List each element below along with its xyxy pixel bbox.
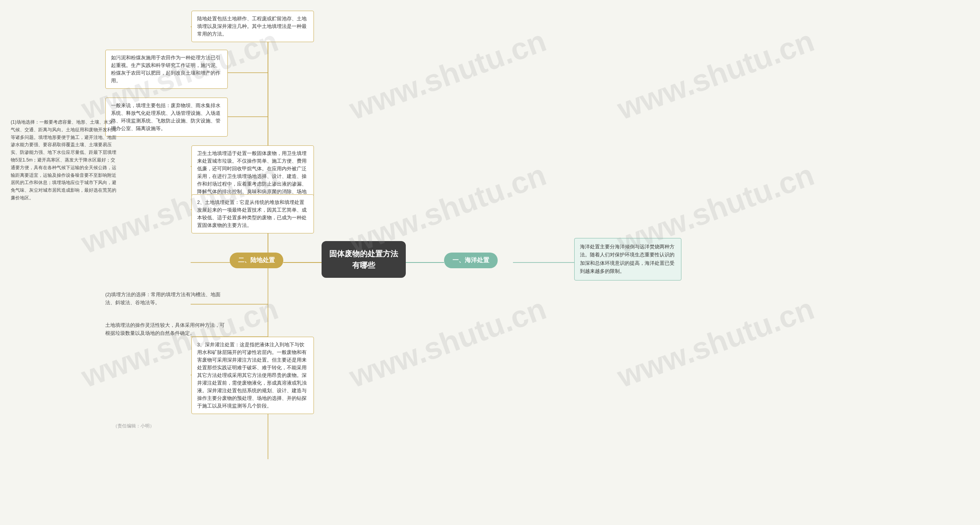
land-branch2: 一般来说，填埋主要包括：废弃物坝、雨水集排水系统、释放气化处理系统、入场管理设施… bbox=[105, 98, 228, 137]
land-branch5: (2)填埋方法的选择：常用的填埋方法有沟槽法、地面法、斜坡法、谷地法等。 bbox=[105, 291, 228, 307]
land-branch7: 3、深井灌注处置：这是指把液体注入到地下与饮用水和矿脉层隔开的可渗性岩层内。一般… bbox=[191, 337, 314, 414]
ocean-node: 一、海洋处置 bbox=[444, 253, 498, 268]
watermark-text: www.shutu.cn bbox=[613, 291, 819, 395]
land-branch5-text: (2)填埋方法的选择：常用的填埋方法有沟槽法、地面法、斜坡法、谷地法等。 bbox=[105, 292, 220, 305]
land-branch4-text: (1)场地选择：一般要考虑容量、地形、土壤、水文、气候、交通、距离与风向。土地征… bbox=[11, 119, 118, 201]
land-branch3: 2、土地填埋处置：它是从传统的堆放和填埋处置发展起来的一项最终处置技术，因其工艺… bbox=[191, 194, 314, 233]
land-branch7-text: 3、深井灌注处置：这是指把液体注入到地下与饮用水和矿脉层隔开的可渗性岩层内。一般… bbox=[197, 342, 307, 409]
land-branch6-text: 土地填埋法的操作灵活性较大，具体采用何种方法，可根据垃圾数量以及场地的自然条件确… bbox=[105, 323, 225, 336]
land-top-text: 陆地处置包括土地耕作、工程庞或贮留池存、土地填埋以及深井灌注几种。其中土地填埋法… bbox=[191, 11, 314, 42]
watermark-text: www.shutu.cn bbox=[613, 23, 819, 127]
ocean-label: 一、海洋处置 bbox=[452, 257, 489, 263]
land-node: 二、陆地处置 bbox=[230, 253, 283, 268]
land-branch2-text: 一般来说，填埋主要包括：废弃物坝、雨水集排水系统、释放气化处理系统、入场管理设施… bbox=[111, 103, 220, 131]
center-node-label: 固体废物的处置方法有哪些 bbox=[329, 249, 398, 269]
land-branch3-text: 2、土地填埋处置：它是从传统的堆放和填埋处置发展起来的一项最终处置技术，因其工艺… bbox=[197, 200, 307, 228]
land-branch1-text: 如污泥和粉煤灰施用于农田作为一种处理方法已引起重视。生产实践和科学研究工作证明，… bbox=[111, 55, 220, 83]
land-branch1: 如污泥和粉煤灰施用于农田作为一种处理方法已引起重视。生产实践和科学研究工作证明，… bbox=[105, 50, 228, 89]
land-branch4: (1)场地选择：一般要考虑容量、地形、土壤、水文、气候、交通、距离与风向。土地征… bbox=[11, 119, 118, 202]
land-top-text-content: 陆地处置包括土地耕作、工程庞或贮留池存、土地填埋以及深井灌注几种。其中土地填埋法… bbox=[197, 16, 307, 37]
land-branch6: 土地填埋法的操作灵活性较大，具体采用何种方法，可根据垃圾数量以及场地的自然条件确… bbox=[105, 321, 228, 338]
watermark-text: www.shutu.cn bbox=[345, 291, 551, 395]
watermark-text: www.shutu.cn bbox=[345, 23, 551, 127]
ocean-desc-text: 海洋处置主要分海洋倾倒与远洋焚烧两种方法。随着人们对保护环境生态重要性认识的加深… bbox=[580, 244, 675, 274]
land-label: 二、陆地处置 bbox=[238, 257, 275, 263]
footnote-text: （责任编辑：小明） bbox=[113, 423, 154, 429]
footnote: （责任编辑：小明） bbox=[113, 423, 154, 429]
ocean-desc-box: 海洋处置主要分海洋倾倒与远洋焚烧两种方法。随着人们对保护环境生态重要性认识的加深… bbox=[574, 238, 681, 280]
center-node: 固体废物的处置方法有哪些 bbox=[322, 241, 406, 278]
